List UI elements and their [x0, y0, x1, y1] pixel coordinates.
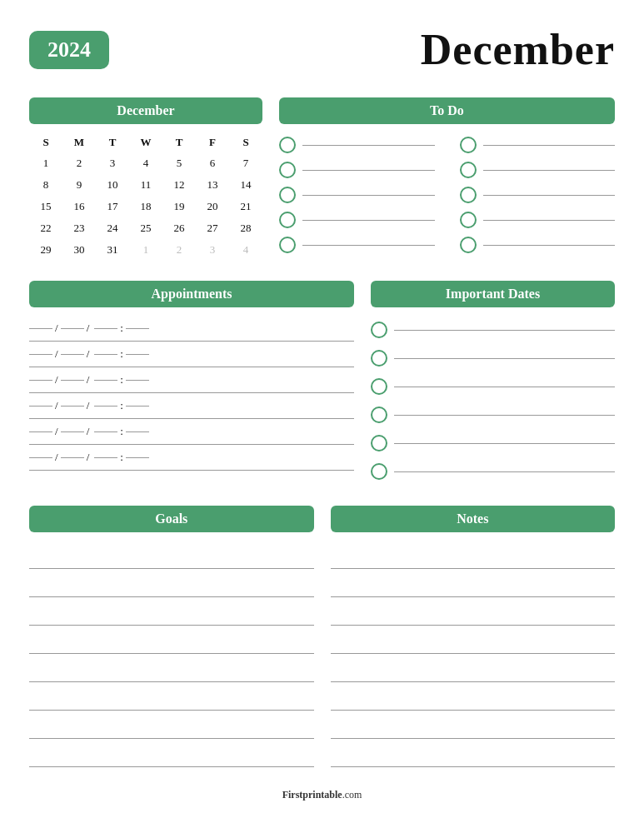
important-line[interactable]: [394, 387, 615, 387]
appt-hour-3[interactable]: [94, 380, 117, 381]
appt-month-4[interactable]: [29, 406, 52, 407]
calendar-header: December: [29, 97, 262, 124]
important-item-1: [371, 316, 615, 344]
notes-line-6[interactable]: [331, 684, 616, 711]
todo-line: [483, 145, 616, 146]
appt-day-3[interactable]: [61, 380, 84, 381]
appt-item-4: / / :: [29, 393, 354, 419]
notes-line-3[interactable]: [331, 599, 616, 626]
important-item-4: [371, 401, 615, 429]
appt-min-6[interactable]: [126, 457, 149, 458]
middle-row: Appointments / / : /: [29, 281, 615, 486]
bottom-row: Goals Notes: [29, 506, 615, 769]
appt-item-3: / / :: [29, 367, 354, 393]
notes-line-8[interactable]: [331, 741, 616, 767]
appt-item-2: / / :: [29, 342, 354, 367]
day-t2: T: [162, 131, 196, 152]
appt-month-5[interactable]: [29, 431, 52, 432]
goals-line-8[interactable]: [29, 741, 314, 767]
appt-min-3[interactable]: [126, 380, 149, 381]
todo-item-3: [279, 157, 435, 182]
appt-day-6[interactable]: [61, 457, 84, 458]
todo-row-4: [279, 207, 615, 232]
important-circle: [371, 350, 387, 367]
important-line[interactable]: [394, 330, 615, 331]
important-line[interactable]: [394, 358, 615, 359]
calendar-day: 21: [229, 196, 262, 217]
goals-line-7[interactable]: [29, 712, 314, 739]
todo-line: [302, 195, 435, 196]
footer-brand: Firstprintable: [282, 789, 342, 801]
important-circle: [371, 463, 387, 480]
appt-min-4[interactable]: [126, 406, 149, 407]
appt-month-1[interactable]: [29, 328, 52, 329]
calendar-day: 14: [229, 174, 262, 196]
notes-header: Notes: [331, 506, 616, 532]
todo-header: To Do: [279, 97, 615, 124]
notes-line-5[interactable]: [331, 656, 616, 682]
goals-line-2[interactable]: [29, 571, 314, 597]
todo-line: [483, 195, 616, 196]
goals-line-1[interactable]: [29, 542, 314, 569]
todo-line: [483, 220, 616, 221]
appt-day-1[interactable]: [61, 328, 84, 329]
calendar-day: 15: [29, 196, 62, 217]
appt-min-2[interactable]: [126, 354, 149, 355]
todo-line: [483, 170, 616, 171]
appt-day-5[interactable]: [61, 431, 84, 432]
important-line[interactable]: [394, 415, 615, 416]
calendar-day: 7: [229, 152, 262, 174]
goals-line-3[interactable]: [29, 599, 314, 626]
important-line[interactable]: [394, 443, 615, 444]
notes-section: Notes: [331, 506, 616, 769]
appt-time-2: :: [94, 347, 149, 361]
appt-day-4[interactable]: [61, 406, 84, 407]
todo-line: [302, 245, 435, 246]
day-t1: T: [96, 131, 129, 152]
calendar-day: 20: [196, 196, 229, 217]
day-w: W: [129, 131, 162, 152]
appt-hour-2[interactable]: [94, 354, 117, 355]
calendar-week-1: 1234567: [29, 152, 262, 174]
appt-month-6[interactable]: [29, 457, 52, 458]
todo-circle: [460, 162, 477, 178]
notes-line-7[interactable]: [331, 712, 616, 739]
goals-line-6[interactable]: [29, 684, 314, 711]
appt-month-2[interactable]: [29, 354, 52, 355]
year-badge: 2024: [29, 31, 109, 69]
appt-min-5[interactable]: [126, 431, 149, 432]
todo-line: [302, 220, 435, 221]
appt-hour-6[interactable]: [94, 457, 117, 458]
todo-row-2: [279, 157, 615, 182]
todo-line: [302, 145, 435, 146]
calendar-day: 12: [162, 174, 196, 196]
appt-date-5: / /: [29, 425, 89, 438]
calendar-week-2: 891011121314: [29, 174, 262, 196]
todo-circle: [460, 187, 477, 203]
appt-hour-4[interactable]: [94, 406, 117, 407]
appointments-header: Appointments: [29, 281, 354, 307]
notes-line-1[interactable]: [331, 542, 616, 569]
calendar-day: 1: [29, 152, 62, 174]
notes-line-4[interactable]: [331, 627, 616, 654]
calendar-day: 13: [196, 174, 229, 196]
footer-tld: .com: [342, 789, 362, 801]
appt-day-2[interactable]: [61, 354, 84, 355]
important-line[interactable]: [394, 471, 615, 472]
goals-header: Goals: [29, 506, 314, 532]
calendar-day: 9: [62, 174, 96, 196]
calendar-week-3: 15161718192021: [29, 196, 262, 217]
goals-line-4[interactable]: [29, 627, 314, 654]
appt-month-3[interactable]: [29, 380, 52, 381]
notes-line-2[interactable]: [331, 571, 616, 597]
appt-hour-1[interactable]: [94, 328, 117, 329]
appt-min-1[interactable]: [126, 328, 149, 329]
calendar-day: 1: [129, 239, 162, 261]
calendar-week-4: 22232425262728: [29, 217, 262, 239]
appt-hour-5[interactable]: [94, 431, 117, 432]
goals-line-5[interactable]: [29, 656, 314, 682]
calendar-day: 29: [29, 239, 62, 261]
todo-row-5: [279, 232, 615, 257]
day-m: M: [62, 131, 96, 152]
todo-item-9: [279, 232, 435, 257]
